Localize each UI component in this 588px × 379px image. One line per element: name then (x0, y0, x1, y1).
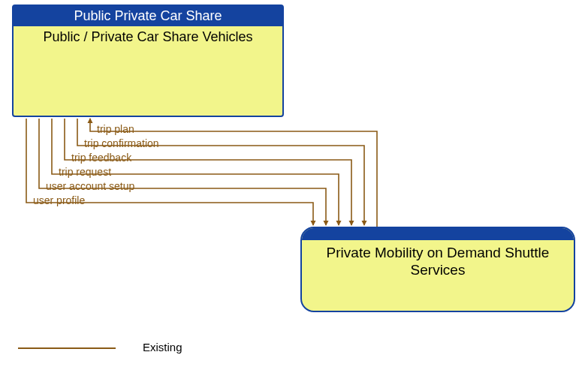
flow-label-trip-plan: trip plan (97, 123, 134, 135)
flow-label-user-account-setup: user account setup (46, 180, 134, 192)
legend-label-existing: Existing (143, 341, 182, 353)
flow-label-trip-request: trip request (59, 166, 111, 178)
flow-label-user-profile: user profile (33, 194, 85, 206)
legend-line-existing (18, 347, 116, 349)
flow-label-trip-confirmation: trip confirmation (84, 137, 159, 149)
flow-label-trip-feedback: trip feedback (71, 152, 131, 164)
